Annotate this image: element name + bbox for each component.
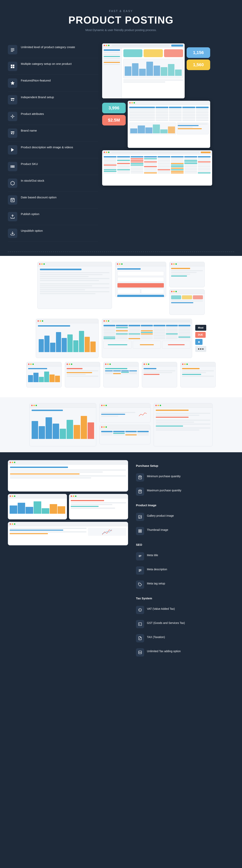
purchase-setup-max: Maximum purchase quantity [136,486,234,498]
purchase-setup-min: Minimum purchase quantity [136,471,234,484]
feature-label-9: Date based discount option [21,195,57,199]
chart-screens-row [6,403,236,446]
svg-rect-10 [12,100,14,100]
bottom-left-screens [8,460,128,658]
brand-due: DUE [195,332,206,338]
dashed-divider [8,252,234,252]
feature-icon-stock [8,179,17,188]
feature-label-11: Unpublish option [21,228,43,233]
tax-vat-label: VAT (Value Added Tax) [147,606,175,611]
svg-rect-2 [11,50,14,51]
feature-item-attributes: Product attributes [8,108,98,125]
svg-rect-0 [11,48,14,49]
purchase-setup-min-label: Minimum purchase quantity [147,473,181,478]
svg-rect-26 [11,198,14,202]
bottom-right-info: Purchase Setup Minimum purchase quantity [136,460,234,658]
tax-gst-icon: % [136,620,144,628]
product-image-gallery-label: Gallery product image [147,513,174,518]
brand-extra: ◆ [195,339,203,345]
tax-taxation: % TAX (Taxation) [136,632,234,644]
feature-item-stock: In stock/Out stock [8,175,98,192]
stacked-screen-2 [99,425,150,444]
feature-item-publish: Publish option [8,208,98,225]
product-image-title: Product Image [136,503,234,507]
stacked-screen-1 [99,403,150,423]
product-image-thumbnail-label: Thumbnail Image [147,527,168,532]
seo-meta-title: Meta title [136,550,234,562]
feature-item-multiple-category: Multiple category setup on one product [8,58,98,75]
seo-meta-title-label: Meta title [147,552,158,557]
seo-meta-tag: Meta tag setup [136,579,234,591]
charts-section [0,397,242,452]
feature-label-6: Product description with image & videos [21,145,73,149]
gallery-screen-2 [115,262,166,297]
seo-meta-description-icon [136,566,144,575]
svg-rect-11 [12,100,14,101]
features-list: Unlimited level of product category crea… [8,41,98,242]
hero-section: FAST & EASY PRODUCT POSTING Most Dynamic… [0,0,242,32]
stacked-screens-col [99,403,150,446]
brand-extra2: ■ ■ ■ [195,346,206,352]
float-cards-col: 1,156 1,560 [187,47,210,70]
svg-rect-7 [13,67,14,68]
feature-item-description: Product description with image & videos [8,142,98,158]
gallery-screen-3 [169,262,205,287]
svg-rect-4 [11,65,12,66]
hero-screenshots: 1,156 1,560 3,996 $2.5M [102,41,234,242]
brand-moat: Moat [195,325,206,331]
chart-screen-1 [29,403,96,446]
feature-icon-date-discount [8,195,17,205]
gallery-screen-5 [26,362,62,388]
feature-icon-brand-name [8,128,17,138]
gallery-screen-4 [169,289,205,315]
feature-icon-unpublish [8,228,17,238]
svg-rect-6 [11,67,12,68]
purchase-setup-max-label: Maximum purchase quantity [147,488,181,493]
svg-text:%: % [139,638,141,639]
product-image-gallery: Gallery product image [136,511,234,523]
seo-meta-description-label: Meta description [147,566,167,571]
product-image-thumbnail: Thumbnail Image [136,525,234,537]
feature-label-8: In stock/Out stock [21,179,44,183]
feature-item-brand-name: Brand name [8,125,98,142]
feature-label-10: Publish option [21,212,39,216]
bottom-info-section: Purchase Setup Minimum purchase quantity [0,452,242,666]
features-section: Unlimited level of product category crea… [0,39,242,248]
feature-item-unlimited-category: Unlimited level of product category crea… [8,41,98,58]
stat-card-blue: 1,156 [187,47,210,58]
bottom-screen-3 [69,494,128,520]
svg-rect-13 [11,131,14,132]
svg-rect-5 [13,65,14,66]
feature-icon-brand-setup [8,95,17,104]
feature-item-featured: Featured/Non-featured [8,75,98,92]
svg-rect-40 [139,530,140,531]
feature-icon-category [8,45,17,54]
svg-rect-20 [11,165,12,168]
gallery-screen-8 [142,362,177,388]
svg-rect-16 [12,134,14,134]
svg-rect-22 [12,165,13,168]
svg-rect-24 [14,165,14,168]
feature-item-unpublish: Unpublish option [8,225,98,242]
svg-rect-15 [12,133,14,133]
tax-vat-icon: % [136,606,144,614]
gallery-screen-1 [37,262,112,309]
gallery-screen-9 [180,362,216,388]
feature-icon-description [8,145,17,155]
bottom-screen-4 [8,522,128,545]
feature-icon-star [8,79,17,88]
feature-label-1: Multiple category setup on one product [21,62,72,66]
gallery-screen-7 [103,362,139,388]
svg-point-14 [11,133,12,134]
feature-icon-attributes [8,112,17,121]
tax-taxation-icon: % [136,634,144,642]
gallery-row-2: Moat DUE ◆ ■ ■ ■ [6,319,236,358]
feature-label-4: Product attributes [21,112,44,116]
svg-text:%: % [139,623,140,625]
screenshot-row-1: 1,156 1,560 [102,43,234,98]
tax-unlimited: TAX Unlimited Tax adding option [136,646,234,658]
hero-description: Most Dynamic & user friendly product pos… [4,28,238,32]
tax-gst-label: GST (Goods and Services Tax) [147,620,185,625]
seo-meta-tag-label: Meta tag setup [147,581,165,586]
seo-meta-tag-icon [136,581,144,589]
